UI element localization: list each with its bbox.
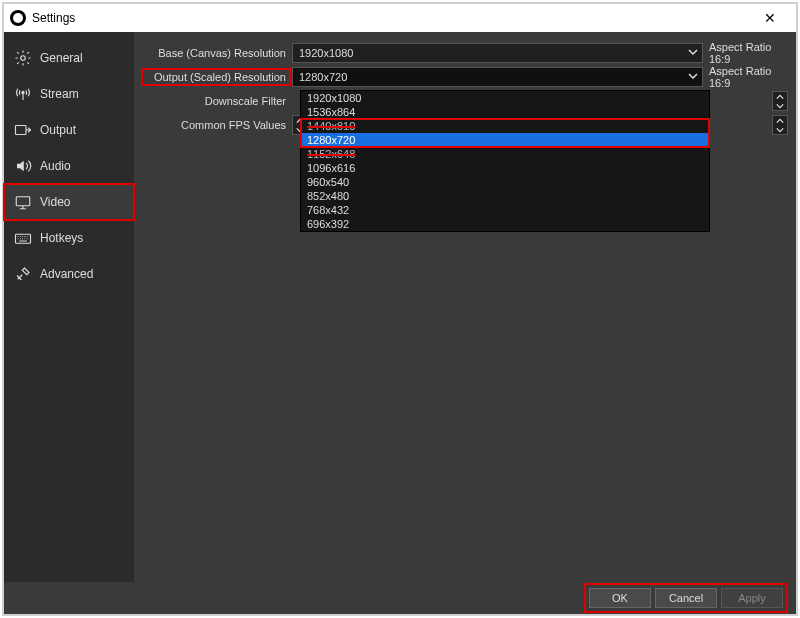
svg-rect-2: [16, 126, 27, 135]
resolution-option[interactable]: 696x392: [301, 217, 709, 231]
broadcast-icon: [14, 85, 32, 103]
titlebar: Settings ✕: [4, 4, 796, 32]
resolution-option[interactable]: 1440x810: [301, 119, 709, 133]
fps-label: Common FPS Values: [142, 119, 292, 131]
output-icon: [14, 121, 32, 139]
keyboard-icon: [14, 229, 32, 247]
output-resolution-label: Output (Scaled) Resolution: [142, 69, 290, 85]
obs-logo-icon: [10, 10, 26, 26]
sidebar-label: Stream: [40, 87, 79, 101]
chevron-down-icon: [688, 71, 698, 83]
resolution-option-selected[interactable]: 1280x720: [301, 133, 709, 147]
speaker-icon: [14, 157, 32, 175]
sidebar-label: Advanced: [40, 267, 93, 281]
base-resolution-select[interactable]: 1920x1080: [292, 43, 703, 63]
chevron-down-icon: [688, 47, 698, 59]
output-resolution-select[interactable]: 1280x720: [292, 67, 703, 87]
output-resolution-value: 1280x720: [299, 71, 347, 83]
tools-icon: [14, 265, 32, 283]
sidebar-item-general[interactable]: General: [4, 40, 134, 76]
base-resolution-value: 1920x1080: [299, 47, 353, 59]
fps-value-spinner[interactable]: [772, 115, 788, 135]
resolution-option[interactable]: 1152x648: [301, 147, 709, 161]
chevron-up-icon: [773, 92, 787, 101]
sidebar-label: Video: [40, 195, 70, 209]
close-icon: ✕: [764, 10, 776, 26]
sidebar-item-output[interactable]: Output: [4, 112, 134, 148]
cancel-button[interactable]: Cancel: [655, 588, 717, 608]
downscale-spinner[interactable]: [772, 91, 788, 111]
resolution-option[interactable]: 960x540: [301, 175, 709, 189]
window-title: Settings: [32, 11, 75, 25]
resolution-option[interactable]: 852x480: [301, 189, 709, 203]
sidebar-label: Hotkeys: [40, 231, 83, 245]
monitor-icon: [14, 193, 32, 211]
chevron-down-icon: [773, 125, 787, 134]
footer: OK Cancel Apply: [4, 582, 796, 614]
chevron-up-icon: [773, 116, 787, 125]
sidebar-item-advanced[interactable]: Advanced: [4, 256, 134, 292]
base-aspect-ratio: Aspect Ratio 16:9: [703, 41, 788, 65]
sidebar-label: Audio: [40, 159, 71, 173]
sidebar-item-stream[interactable]: Stream: [4, 76, 134, 112]
sidebar: General Stream Output Audio Video Hotkey…: [4, 32, 134, 582]
apply-button[interactable]: Apply: [721, 588, 783, 608]
sidebar-item-video[interactable]: Video: [4, 184, 134, 220]
sidebar-label: General: [40, 51, 83, 65]
resolution-option[interactable]: 1096x616: [301, 161, 709, 175]
chevron-down-icon: [773, 101, 787, 110]
gear-icon: [14, 49, 32, 67]
sidebar-item-audio[interactable]: Audio: [4, 148, 134, 184]
close-button[interactable]: ✕: [750, 4, 790, 32]
sidebar-item-hotkeys[interactable]: Hotkeys: [4, 220, 134, 256]
settings-window: Settings ✕ General Stream Output Audio: [4, 4, 796, 614]
svg-point-0: [21, 56, 26, 61]
output-resolution-dropdown: 1920x1080 1536x864 1440x810 1280x720 115…: [300, 90, 710, 232]
sidebar-label: Output: [40, 123, 76, 137]
resolution-option[interactable]: 1536x864: [301, 105, 709, 119]
resolution-option[interactable]: 1920x1080: [301, 91, 709, 105]
output-aspect-ratio: Aspect Ratio 16:9: [703, 65, 788, 89]
video-settings-panel: Base (Canvas) Resolution 1920x1080 Aspec…: [134, 32, 796, 582]
downscale-filter-label: Downscale Filter: [142, 95, 292, 107]
resolution-option[interactable]: 768x432: [301, 203, 709, 217]
svg-rect-3: [16, 197, 30, 206]
base-resolution-label: Base (Canvas) Resolution: [142, 47, 292, 59]
ok-button[interactable]: OK: [589, 588, 651, 608]
